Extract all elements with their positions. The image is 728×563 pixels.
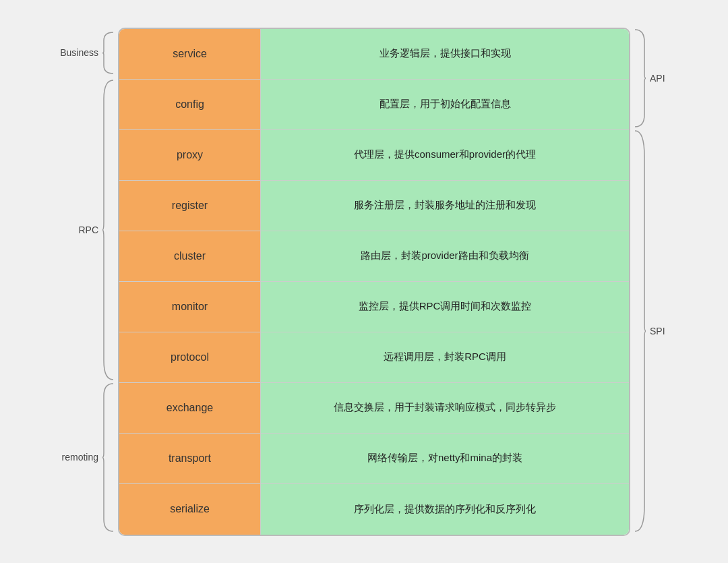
table-row: serialize 序列化层，提供数据的序列化和反序列化: [119, 484, 629, 535]
cell-name-cluster: cluster: [119, 231, 261, 281]
remoting-brace-icon: [101, 382, 115, 533]
api-brace-icon: [634, 28, 647, 128]
cell-desc-config: 配置层，用于初始化配置信息: [261, 80, 629, 129]
cell-name-transport: transport: [119, 434, 261, 483]
api-label: API: [650, 73, 665, 84]
table-row: transport 网络传输层，对netty和mina的封装: [119, 434, 629, 484]
table-row: service 业务逻辑层，提供接口和实现: [119, 29, 629, 80]
table-row: protocol 远程调用层，封装RPC调用: [119, 332, 629, 383]
cell-name-proxy: proxy: [119, 130, 261, 180]
cell-desc-proxy: 代理层，提供consumer和provider的代理: [261, 130, 629, 180]
table-row: register 服务注册层，封装服务地址的注册和发现: [119, 181, 629, 231]
table-row: proxy 代理层，提供consumer和provider的代理: [119, 130, 629, 181]
cell-desc-exchange: 信息交换层，用于封装请求响应模式，同步转异步: [261, 383, 629, 433]
left-labels: Business RPC remoting: [44, 28, 118, 536]
spi-brace-icon: [634, 129, 647, 533]
remoting-label: remoting: [62, 452, 98, 463]
cell-name-register: register: [119, 181, 261, 231]
api-label-group: API: [634, 28, 684, 129]
spi-label: SPI: [650, 326, 665, 336]
cell-name-config: config: [119, 80, 261, 129]
remoting-label-group: remoting: [44, 382, 115, 533]
cell-desc-transport: 网络传输层，对netty和mina的封装: [261, 434, 629, 483]
cell-name-exchange: exchange: [119, 383, 261, 433]
cell-desc-service: 业务逻辑层，提供接口和实现: [261, 29, 629, 79]
spi-label-group: SPI: [634, 129, 684, 533]
table-row: cluster 路由层，封装provider路由和负载均衡: [119, 231, 629, 282]
main-table: service 业务逻辑层，提供接口和实现 config 配置层，用于初始化配置…: [118, 28, 630, 536]
cell-desc-cluster: 路由层，封装provider路由和负载均衡: [261, 231, 629, 281]
cell-name-service: service: [119, 29, 261, 79]
cell-desc-protocol: 远程调用层，封装RPC调用: [261, 332, 629, 382]
business-label-group: Business: [44, 28, 115, 78]
business-label: Business: [60, 47, 98, 58]
table-row: exchange 信息交换层，用于封装请求响应模式，同步转异步: [119, 383, 629, 434]
rpc-brace-icon: [101, 79, 115, 381]
cell-name-protocol: protocol: [119, 332, 261, 382]
cell-name-serialize: serialize: [119, 484, 261, 535]
table-row: monitor 监控层，提供RPC调用时间和次数监控: [119, 282, 629, 332]
rpc-label-group: RPC: [44, 78, 115, 382]
table-row: config 配置层，用于初始化配置信息: [119, 80, 629, 130]
cell-name-monitor: monitor: [119, 282, 261, 332]
rpc-label: RPC: [78, 225, 98, 235]
cell-desc-serialize: 序列化层，提供数据的序列化和反序列化: [261, 484, 629, 535]
business-brace-icon: [101, 31, 115, 75]
cell-desc-register: 服务注册层，封装服务地址的注册和发现: [261, 181, 629, 231]
right-labels: API SPI: [630, 28, 684, 536]
cell-desc-monitor: 监控层，提供RPC调用时间和次数监控: [261, 282, 629, 332]
